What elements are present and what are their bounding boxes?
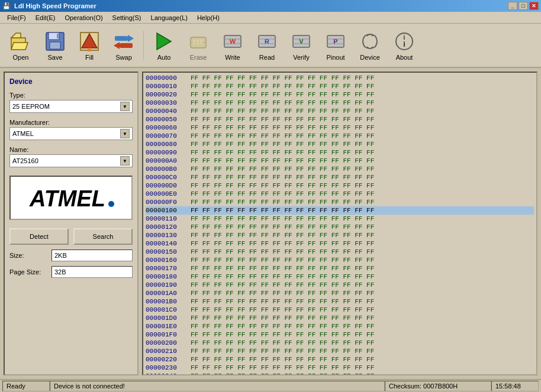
hex-row[interactable]: 00000000FF FF FF FF FF FF FF FF FF FF FF…: [146, 74, 534, 82]
maximize-button[interactable]: □: [519, 2, 528, 10]
hex-row[interactable]: 000001D0FF FF FF FF FF FF FF FF FF FF FF…: [146, 314, 534, 322]
svg-rect-10: [115, 36, 128, 41]
save-button[interactable]: Save: [39, 26, 71, 64]
hex-bytes: FF FF FF FF FF FF FF FF FF FF FF FF FF F…: [191, 223, 374, 231]
hex-address: 00000150: [146, 248, 188, 256]
hex-bytes: FF FF FF FF FF FF FF FF FF FF FF FF FF F…: [191, 198, 374, 206]
hex-row[interactable]: 00000170FF FF FF FF FF FF FF FF FF FF FF…: [146, 264, 534, 273]
hex-row[interactable]: 00000010FF FF FF FF FF FF FF FF FF FF FF…: [146, 82, 534, 90]
menu-language[interactable]: Language(L): [146, 13, 192, 22]
type-field: Type: 25 EEPROM ▼: [9, 92, 133, 115]
svg-marker-13: [114, 42, 120, 49]
type-dropdown-arrow[interactable]: ▼: [120, 102, 130, 111]
size-row: Size: 2KB: [9, 250, 133, 261]
hex-bytes: FF FF FF FF FF FF FF FF FF FF FF FF FF F…: [191, 82, 374, 90]
hex-row[interactable]: 000000B0FF FF FF FF FF FF FF FF FF FF FF…: [146, 165, 534, 173]
menu-setting[interactable]: Setting(S): [108, 13, 146, 22]
hex-row[interactable]: 00000050FF FF FF FF FF FF FF FF FF FF FF…: [146, 115, 534, 124]
hex-bytes: FF FF FF FF FF FF FF FF FF FF FF FF FF F…: [191, 115, 374, 124]
manufacturer-dropdown-arrow[interactable]: ▼: [120, 129, 130, 138]
name-dropdown-arrow[interactable]: ▼: [120, 156, 130, 166]
erase-button[interactable]: Erase: [182, 26, 214, 64]
hex-row[interactable]: 00000140FF FF FF FF FF FF FF FF FF FF FF…: [146, 239, 534, 248]
hex-row[interactable]: 000001E0FF FF FF FF FF FF FF FF FF FF FF…: [146, 322, 534, 331]
menu-edit[interactable]: Edit(E): [31, 13, 60, 22]
hex-row[interactable]: 00000070FF FF FF FF FF FF FF FF FF FF FF…: [146, 132, 534, 140]
hex-row[interactable]: 000001A0FF FF FF FF FF FF FF FF FF FF FF…: [146, 289, 534, 297]
hex-row[interactable]: 00000030FF FF FF FF FF FF FF FF FF FF FF…: [146, 99, 534, 107]
pinout-button[interactable]: P Pinout: [320, 26, 352, 64]
hex-content[interactable]: 00000000FF FF FF FF FF FF FF FF FF FF FF…: [143, 73, 536, 374]
size-label: Size:: [9, 252, 48, 259]
about-button[interactable]: i i About: [388, 26, 420, 64]
hex-bytes: FF FF FF FF FF FF FF FF FF FF FF FF FF F…: [191, 99, 374, 107]
hex-address: 00000180: [146, 273, 188, 281]
hex-row[interactable]: 00000230FF FF FF FF FF FF FF FF FF FF FF…: [146, 364, 534, 372]
type-dropdown[interactable]: 25 EEPROM ▼: [9, 100, 133, 113]
hex-row[interactable]: 00000130FF FF FF FF FF FF FF FF FF FF FF…: [146, 231, 534, 239]
hex-bytes: FF FF FF FF FF FF FF FF FF FF FF FF FF F…: [191, 364, 374, 372]
auto-button[interactable]: Auto: [148, 26, 180, 64]
verify-button[interactable]: V Verify: [285, 26, 317, 64]
hex-row[interactable]: 00000210FF FF FF FF FF FF FF FF FF FF FF…: [146, 347, 534, 355]
hex-row[interactable]: 000001B0FF FF FF FF FF FF FF FF FF FF FF…: [146, 297, 534, 306]
hex-address: 00000080: [146, 140, 188, 148]
auto-icon: [153, 30, 175, 53]
title-text: LdI High Speed Programer: [14, 2, 96, 9]
hex-address: 000000D0: [146, 182, 188, 190]
hex-row[interactable]: 00000190FF FF FF FF FF FF FF FF FF FF FF…: [146, 281, 534, 289]
hex-row[interactable]: 00000240FF FF FF FF FF FF FF FF FF FF FF…: [146, 372, 534, 374]
read-button[interactable]: R Read: [251, 26, 283, 64]
fill-button[interactable]: Fill: [73, 26, 105, 64]
minimize-button[interactable]: _: [508, 2, 517, 10]
hex-row[interactable]: 00000090FF FF FF FF FF FF FF FF FF FF FF…: [146, 148, 534, 157]
hex-row[interactable]: 00000150FF FF FF FF FF FF FF FF FF FF FF…: [146, 248, 534, 256]
hex-row[interactable]: 00000110FF FF FF FF FF FF FF FF FF FF FF…: [146, 215, 534, 223]
hex-bytes: FF FF FF FF FF FF FF FF FF FF FF FF FF F…: [191, 124, 374, 132]
hex-address: 000001C0: [146, 306, 188, 314]
menu-help[interactable]: Help(H): [192, 13, 224, 22]
hex-row[interactable]: 00000160FF FF FF FF FF FF FF FF FF FF FF…: [146, 256, 534, 264]
erase-label: Erase: [190, 54, 207, 61]
hex-row[interactable]: 000000D0FF FF FF FF FF FF FF FF FF FF FF…: [146, 182, 534, 190]
name-dropdown[interactable]: AT25160 ▼: [9, 154, 133, 167]
message-text: Device is not connected!: [54, 383, 125, 390]
open-icon: [9, 30, 32, 53]
hex-row[interactable]: 00000080FF FF FF FF FF FF FF FF FF FF FF…: [146, 140, 534, 148]
manufacturer-dropdown[interactable]: ATMEL ▼: [9, 127, 133, 140]
hex-row[interactable]: 00000120FF FF FF FF FF FF FF FF FF FF FF…: [146, 223, 534, 231]
fill-icon: [78, 30, 101, 53]
hex-row[interactable]: 000000E0FF FF FF FF FF FF FF FF FF FF FF…: [146, 190, 534, 198]
time-text: 15:58:48: [495, 383, 521, 390]
hex-row[interactable]: 00000200FF FF FF FF FF FF FF FF FF FF FF…: [146, 339, 534, 347]
hex-row[interactable]: 000000C0FF FF FF FF FF FF FF FF FF FF FF…: [146, 173, 534, 182]
manufacturer-label: Manufacturer:: [9, 119, 133, 126]
device-section-title: Device: [9, 77, 133, 86]
svg-marker-1: [11, 33, 21, 38]
menu-operation[interactable]: Operation(O): [60, 13, 107, 22]
hex-row[interactable]: 00000040FF FF FF FF FF FF FF FF FF FF FF…: [146, 107, 534, 115]
device-button[interactable]: Device: [354, 26, 386, 64]
hex-row[interactable]: 000000F0FF FF FF FF FF FF FF FF FF FF FF…: [146, 198, 534, 206]
name-field: Name: AT25160 ▼: [9, 146, 133, 170]
hex-bytes: FF FF FF FF FF FF FF FF FF FF FF FF FF F…: [191, 273, 374, 281]
hex-row[interactable]: 000001F0FF FF FF FF FF FF FF FF FF FF FF…: [146, 331, 534, 339]
hex-row[interactable]: 00000020FF FF FF FF FF FF FF FF FF FF FF…: [146, 90, 534, 99]
hex-address: 000000A0: [146, 157, 188, 165]
write-button[interactable]: W Write: [217, 26, 249, 64]
close-button[interactable]: ✕: [529, 2, 539, 10]
menu-file[interactable]: File(F): [2, 13, 31, 22]
hex-row[interactable]: 000000A0FF FF FF FF FF FF FF FF FF FF FF…: [146, 157, 534, 165]
detect-button[interactable]: Detect: [9, 228, 69, 245]
swap-icon: [112, 30, 135, 53]
hex-address: 00000040: [146, 107, 188, 115]
hex-row[interactable]: 00000180FF FF FF FF FF FF FF FF FF FF FF…: [146, 273, 534, 281]
hex-row[interactable]: 00000220FF FF FF FF FF FF FF FF FF FF FF…: [146, 355, 534, 364]
hex-row[interactable]: 00000100FF FF FF FF FF FF FF FF FF FF FF…: [146, 206, 534, 215]
swap-button[interactable]: Swap: [108, 26, 140, 64]
search-button[interactable]: Search: [73, 228, 133, 245]
hex-bytes: FF FF FF FF FF FF FF FF FF FF FF FF FF F…: [191, 297, 374, 306]
hex-row[interactable]: 00000060FF FF FF FF FF FF FF FF FF FF FF…: [146, 124, 534, 132]
open-button[interactable]: Open: [5, 26, 37, 64]
hex-row[interactable]: 000001C0FF FF FF FF FF FF FF FF FF FF FF…: [146, 306, 534, 314]
